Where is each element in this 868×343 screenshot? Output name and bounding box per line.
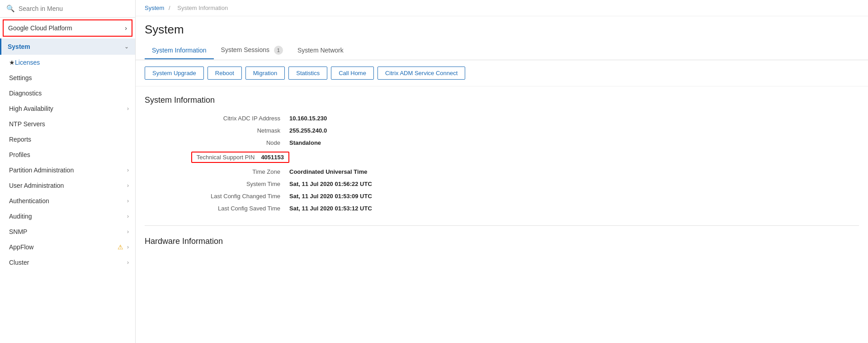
chevron-down-icon: ⌄ — [124, 43, 129, 50]
sidebar-item-authentication[interactable]: Authentication › — [0, 193, 135, 209]
system-info-table: Citrix ADC IP Address 10.160.15.230 Netm… — [136, 112, 868, 224]
sidebar-item-auditing[interactable]: Auditing › — [0, 209, 135, 224]
tab-label: System Network — [297, 47, 344, 54]
info-value-config-changed: Sat, 11 Jul 2020 01:53:09 UTC — [289, 193, 372, 200]
info-value-timezone: Coordinated Universal Time — [289, 168, 367, 175]
info-label-system-time: System Time — [145, 181, 289, 187]
statistics-button[interactable]: Statistics — [288, 67, 327, 80]
info-value-ip: 10.160.15.230 — [289, 115, 327, 122]
sidebar-item-licenses[interactable]: ★ Licenses — [0, 55, 135, 70]
sidebar-item-label: Settings — [9, 74, 32, 81]
sidebar-item-cluster[interactable]: Cluster › — [0, 255, 135, 270]
breadcrumb-separator: / — [169, 5, 170, 11]
info-value-config-saved: Sat, 11 Jul 2020 01:53:12 UTC — [289, 205, 372, 212]
chevron-right-icon: › — [125, 24, 127, 32]
info-row-timezone: Time Zone Coordinated Universal Time — [145, 166, 859, 178]
sidebar-item-profiles[interactable]: Profiles — [0, 147, 135, 162]
sidebar-item-label: User Administration — [9, 182, 64, 189]
info-row-config-saved: Last Config Saved Time Sat, 11 Jul 2020 … — [145, 202, 859, 214]
info-label-timezone: Time Zone — [145, 168, 289, 175]
info-row-ip: Citrix ADC IP Address 10.160.15.230 — [145, 112, 859, 124]
content-area: System Information Citrix ADC IP Address… — [136, 86, 868, 343]
action-buttons-bar: System Upgrade Reboot Migration Statisti… — [136, 60, 868, 86]
sidebar-item-label: Reports — [9, 136, 31, 143]
citrix-adm-service-connect-button[interactable]: Citrix ADM Service Connect — [377, 67, 465, 80]
chevron-right-icon: › — [127, 198, 129, 204]
pin-label-text: Technical Support PIN — [197, 154, 255, 161]
chevron-right-icon: › — [127, 259, 129, 266]
sidebar-item-label: Diagnostics — [9, 90, 42, 97]
info-label-node: Node — [145, 139, 289, 146]
info-label-pin: Technical Support PIN 4051153 — [145, 152, 289, 163]
sidebar-item-label: Cluster — [9, 259, 29, 266]
tab-label: System Sessions — [221, 46, 269, 53]
breadcrumb-system-link[interactable]: System — [145, 5, 164, 11]
main-content: System / System Information System Syste… — [136, 0, 868, 343]
tab-badge: 1 — [274, 46, 283, 55]
chevron-right-icon: › — [127, 229, 129, 235]
search-icon: 🔍 — [6, 5, 15, 13]
chevron-right-icon: › — [127, 182, 129, 189]
sidebar-item-label: NTP Servers — [9, 120, 45, 128]
sidebar-item-snmp[interactable]: SNMP › — [0, 224, 135, 239]
sidebar-item-label: Profiles — [9, 151, 30, 158]
sidebar-item-reports[interactable]: Reports — [0, 132, 135, 147]
sidebar-item-high-availability[interactable]: High Availability › — [0, 101, 135, 116]
call-home-button[interactable]: Call Home — [331, 67, 374, 80]
pin-value-text: 4051153 — [261, 154, 284, 161]
chevron-right-icon: › — [127, 105, 129, 112]
tab-system-sessions[interactable]: System Sessions 1 — [214, 41, 290, 60]
info-label-ip: Citrix ADC IP Address — [145, 115, 289, 122]
search-input[interactable] — [19, 5, 129, 12]
breadcrumb: System / System Information — [136, 0, 868, 16]
sidebar-item-label: AppFlow — [9, 243, 33, 251]
system-section-label: System — [8, 43, 30, 50]
primary-tabs: System Information System Sessions 1 Sys… — [136, 41, 868, 60]
info-value-netmask: 255.255.240.0 — [289, 127, 327, 134]
google-cloud-platform-item[interactable]: Google Cloud Platform › — [3, 19, 132, 37]
tab-system-information[interactable]: System Information — [145, 42, 214, 59]
system-upgrade-button[interactable]: System Upgrade — [145, 67, 204, 80]
sidebar-item-label: Authentication — [9, 197, 49, 205]
chevron-right-icon: › — [127, 167, 129, 173]
sidebar-item-appflow[interactable]: AppFlow ⚠ › — [0, 239, 135, 255]
page-title: System — [136, 16, 868, 41]
hardware-information-section: Hardware Information — [136, 228, 868, 253]
star-icon: ★ — [9, 59, 15, 66]
info-value-node: Standalone — [289, 139, 321, 146]
sidebar-item-ntp-servers[interactable]: NTP Servers — [0, 116, 135, 132]
info-row-node: Node Standalone — [145, 137, 859, 149]
info-label-config-saved: Last Config Saved Time — [145, 205, 289, 212]
info-row-netmask: Netmask 255.255.240.0 — [145, 124, 859, 137]
info-label-config-changed: Last Config Changed Time — [145, 193, 289, 200]
info-value-system-time: Sat, 11 Jul 2020 01:56:22 UTC — [289, 181, 372, 187]
reboot-button[interactable]: Reboot — [208, 67, 242, 80]
sidebar-item-settings[interactable]: Settings — [0, 70, 135, 86]
info-row-system-time: System Time Sat, 11 Jul 2020 01:56:22 UT… — [145, 178, 859, 190]
sidebar-item-diagnostics[interactable]: Diagnostics — [0, 86, 135, 101]
migration-button[interactable]: Migration — [245, 67, 285, 80]
info-label-netmask: Netmask — [145, 127, 289, 134]
sidebar-item-label: High Availability — [9, 105, 53, 112]
sidebar-item-user-administration[interactable]: User Administration › — [0, 178, 135, 193]
info-row-config-changed: Last Config Changed Time Sat, 11 Jul 202… — [145, 190, 859, 202]
sidebar-item-label: Licenses — [15, 59, 40, 66]
tab-label: System Information — [152, 47, 207, 54]
sidebar-item-partition-administration[interactable]: Partition Administration › — [0, 162, 135, 178]
google-cloud-platform-label: Google Cloud Platform — [8, 24, 72, 32]
breadcrumb-current: System Information — [177, 5, 228, 11]
info-row-pin: Technical Support PIN 4051153 — [145, 149, 859, 166]
system-info-title: System Information — [136, 86, 868, 112]
sidebar-system-section[interactable]: System ⌄ — [0, 38, 135, 55]
sidebar: 🔍 Google Cloud Platform › System ⌄ ★ Lic… — [0, 0, 136, 343]
search-bar: 🔍 — [0, 0, 135, 18]
chevron-right-icon: › — [127, 213, 129, 219]
sidebar-item-label: Partition Administration — [9, 167, 74, 174]
warning-icon: ⚠ — [118, 243, 123, 251]
system-information-section: System Information Citrix ADC IP Address… — [136, 86, 868, 224]
tab-system-network[interactable]: System Network — [290, 42, 351, 59]
chevron-right-icon: › — [127, 244, 129, 250]
sidebar-item-label: SNMP — [9, 228, 27, 235]
hardware-info-title: Hardware Information — [136, 228, 868, 253]
section-divider — [145, 225, 859, 226]
